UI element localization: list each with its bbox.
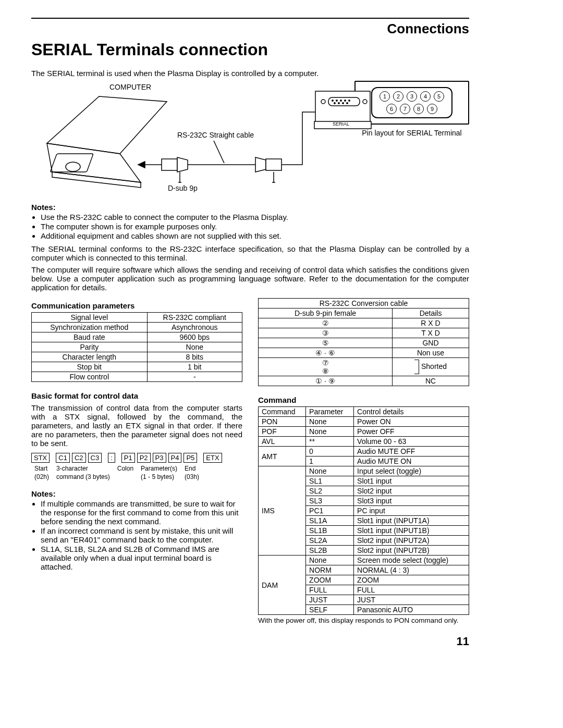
format-colon: : [108,453,115,463]
svg-point-23 [345,100,346,101]
cmd-detail: Audio MUTE OFF [354,447,469,456]
cmd-param: NORM [306,565,354,575]
command-col1: Command [259,407,306,417]
cmd-name: AVL [259,437,306,447]
command-heading: Command [258,396,469,404]
param-key: Baud rate [32,332,148,342]
cmd-name: IMS [259,466,306,556]
command-footnote: With the power off, this display respond… [258,616,469,624]
conv-pin: ⑤ [259,338,393,348]
svg-point-20 [332,100,333,101]
param-key: Stop bit [32,362,148,372]
lead-text: The SERIAL terminal is used when the Pla… [31,69,469,78]
note-item: The computer shown is for example purpos… [41,222,469,231]
cmd-detail: Volume 00 - 63 [354,437,469,447]
param-value: - [147,372,242,382]
cmd-param: SL1B [306,526,354,536]
cmd-param: FULL [306,585,354,595]
svg-point-28 [347,103,348,104]
conversion-col1: D-sub 9-pin female [259,309,393,318]
label-serial: SERIAL [333,121,349,127]
conv-detail: T X D [393,328,469,338]
pin-8: 8 [413,104,424,114]
svg-rect-19 [328,97,360,106]
cmd-name: DAM [259,556,306,615]
param-value: 8 bits [147,352,242,362]
svg-rect-4 [50,154,93,172]
cmd-param: SL3 [306,496,354,506]
cmd-param: SL2B [306,546,354,556]
cmd-name: POF [259,427,306,437]
cmd-param: 0 [306,447,354,456]
cmd-name: PON [259,417,306,427]
cmd-detail: Slot2 input (INPUT2B) [354,546,469,556]
cmd-detail: Slot3 input [354,496,469,506]
svg-point-27 [342,103,344,104]
svg-rect-15 [315,91,370,122]
note-item: Use the RS-232C cable to connect the com… [41,213,469,221]
format-p4: P4 [168,453,182,463]
cmd-detail: Slot1 input (INPUT1A) [354,516,469,526]
param-key: Signal level [32,313,148,323]
cmd-detail: Power OFF [354,427,469,437]
format-p5: P5 [183,453,197,463]
conv-detail: GND [393,338,469,348]
cmd-detail: Power ON [354,417,469,427]
command-col2: Parameter [306,407,354,417]
notes-list-2: If multiple commands are transmitted, be… [31,499,242,571]
svg-point-26 [338,103,339,104]
cmd-param: JUST [306,595,354,605]
page-title: SERIAL Terminals connection [31,40,469,59]
format-p2: P2 [137,453,151,463]
param-key: Parity [32,342,148,352]
cmd-param: SL1A [306,516,354,526]
format-diagram: STX C1 C2 C3 : P1 P2 P3 P4 P5 ETX [31,453,242,463]
cmd-detail: Audio MUTE ON [354,456,469,466]
param-value: RS-232C compliant [147,313,242,323]
param-value: None [147,342,242,352]
svg-point-17 [321,100,325,104]
param-key: Character length [32,352,148,362]
section-header: Connections [31,21,469,37]
cmd-detail: Slot2 input (INPUT2A) [354,536,469,546]
svg-point-25 [334,103,335,104]
pin-5: 5 [434,91,444,102]
format-etx: ETX [203,453,222,463]
cmd-param: ZOOM [306,575,354,585]
conv-pin: ④ · ⑥ [259,348,393,358]
conv-pin: ① · ⑨ [259,376,393,386]
cmd-param: SL1 [306,476,354,486]
param-value: 9600 bps [147,332,242,342]
basic-format-text: The transmission of control data from th… [31,403,242,448]
note-item: If an incorrect command is sent by mista… [41,526,242,544]
label-computer: COMPUTER [109,83,151,91]
cmd-detail: ZOOM [354,575,469,585]
format-c3: C3 [88,453,102,463]
svg-marker-10 [138,162,145,168]
svg-point-22 [340,100,341,101]
note-item: SL1A, SL1B, SL2A and SL2B of Command IMS… [41,545,242,571]
conv-detail: R X D [393,318,469,328]
param-value: Asynchronous [147,323,242,332]
cmd-detail: JUST [354,595,469,605]
command-table: Command Parameter Control details PONNon… [258,406,469,615]
paragraph-software: The computer will require software which… [31,265,469,292]
pin-3: 3 [407,91,417,102]
cmd-param: None [306,556,354,565]
cmd-param: PC1 [306,506,354,516]
notes-list-1: Use the RS-232C cable to connect the com… [31,213,469,240]
connection-diagram: COMPUTER RS-232C Straight cable D-sub 9p… [31,81,469,195]
conv-pin: ③ [259,328,393,338]
paragraph-conform: The SERIAL terminal conforms to the RS-2… [31,244,469,262]
conv-detail: Shorted [393,358,469,376]
cmd-detail: Panasonic AUTO [354,605,469,615]
label-dsub: D-sub 9p [168,184,198,192]
cmd-detail: NORMAL (4 : 3) [354,565,469,575]
notes-heading-2: Notes: [31,489,242,498]
pin-9: 9 [427,104,437,114]
cmd-param: ** [306,437,354,447]
svg-point-24 [349,100,350,101]
svg-marker-0 [47,96,167,154]
cmd-param: SL2 [306,486,354,496]
pin-4: 4 [420,91,431,102]
